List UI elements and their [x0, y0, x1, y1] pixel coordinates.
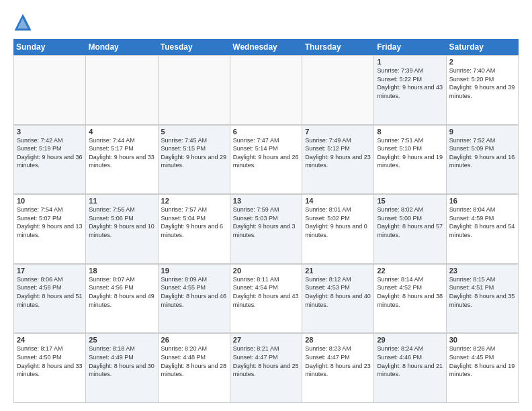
day-info: Sunrise: 7:56 AM Sunset: 5:06 PM Dayligh… [89, 205, 154, 239]
calendar-cell: 25Sunrise: 8:18 AM Sunset: 4:49 PM Dayli… [86, 333, 158, 402]
day-info: Sunrise: 8:17 AM Sunset: 4:50 PM Dayligh… [17, 345, 83, 378]
calendar-body: 1Sunrise: 7:39 AM Sunset: 5:22 PM Daylig… [13, 55, 519, 403]
day-number: 16 [449, 197, 515, 205]
day-number: 26 [161, 336, 227, 344]
day-number: 17 [17, 267, 83, 275]
calendar-cell [230, 55, 302, 124]
day-info: Sunrise: 8:26 AM Sunset: 4:45 PM Dayligh… [449, 345, 515, 378]
day-number: 28 [305, 336, 371, 344]
calendar-cell: 7Sunrise: 7:49 AM Sunset: 5:12 PM Daylig… [302, 125, 374, 194]
day-info: Sunrise: 7:57 AM Sunset: 5:04 PM Dayligh… [161, 205, 227, 239]
day-info: Sunrise: 8:09 AM Sunset: 4:55 PM Dayligh… [161, 275, 227, 309]
day-info: Sunrise: 7:49 AM Sunset: 5:12 PM Dayligh… [305, 136, 371, 170]
day-number: 22 [377, 267, 443, 275]
day-info: Sunrise: 7:51 AM Sunset: 5:10 PM Dayligh… [377, 136, 443, 170]
day-number: 23 [449, 267, 515, 275]
day-info: Sunrise: 7:59 AM Sunset: 5:03 PM Dayligh… [233, 205, 299, 239]
day-number: 19 [161, 267, 227, 275]
day-number: 13 [233, 197, 299, 205]
day-info: Sunrise: 8:12 AM Sunset: 4:53 PM Dayligh… [305, 275, 371, 309]
calendar-cell: 19Sunrise: 8:09 AM Sunset: 4:55 PM Dayli… [159, 264, 230, 333]
day-info: Sunrise: 7:45 AM Sunset: 5:15 PM Dayligh… [161, 136, 227, 170]
calendar-cell: 10Sunrise: 7:54 AM Sunset: 5:07 PM Dayli… [14, 194, 86, 263]
day-info: Sunrise: 8:06 AM Sunset: 4:58 PM Dayligh… [17, 275, 83, 309]
day-number: 20 [233, 267, 299, 275]
day-number: 9 [449, 128, 515, 136]
day-number: 30 [449, 336, 515, 344]
day-number: 25 [89, 336, 154, 344]
day-info: Sunrise: 7:39 AM Sunset: 5:22 PM Dayligh… [377, 66, 443, 100]
day-info: Sunrise: 8:15 AM Sunset: 4:51 PM Dayligh… [449, 275, 515, 309]
calendar-cell: 1Sunrise: 7:39 AM Sunset: 5:22 PM Daylig… [374, 55, 446, 124]
calendar-cell: 14Sunrise: 8:01 AM Sunset: 5:02 PM Dayli… [302, 194, 374, 263]
day-info: Sunrise: 7:47 AM Sunset: 5:14 PM Dayligh… [233, 136, 299, 170]
calendar-cell: 24Sunrise: 8:17 AM Sunset: 4:50 PM Dayli… [14, 333, 86, 402]
logo-icon [13, 13, 32, 32]
page: SundayMondayTuesdayWednesdayThursdayFrid… [0, 0, 532, 411]
calendar-cell [302, 55, 374, 124]
day-info: Sunrise: 8:21 AM Sunset: 4:47 PM Dayligh… [233, 345, 299, 378]
day-number: 27 [233, 336, 299, 344]
day-info: Sunrise: 7:52 AM Sunset: 5:09 PM Dayligh… [449, 136, 515, 170]
day-info: Sunrise: 7:44 AM Sunset: 5:17 PM Dayligh… [89, 136, 154, 170]
calendar-cell: 17Sunrise: 8:06 AM Sunset: 4:58 PM Dayli… [14, 264, 86, 333]
calendar-cell: 20Sunrise: 8:11 AM Sunset: 4:54 PM Dayli… [230, 264, 302, 333]
calendar-row: 24Sunrise: 8:17 AM Sunset: 4:50 PM Dayli… [13, 333, 519, 403]
day-number: 3 [17, 128, 83, 136]
calendar-cell: 30Sunrise: 8:26 AM Sunset: 4:45 PM Dayli… [447, 333, 519, 402]
header [13, 11, 519, 32]
day-info: Sunrise: 8:11 AM Sunset: 4:54 PM Dayligh… [233, 275, 299, 309]
logo [13, 13, 35, 32]
calendar-cell: 21Sunrise: 8:12 AM Sunset: 4:53 PM Dayli… [302, 264, 374, 333]
calendar-cell: 15Sunrise: 8:02 AM Sunset: 5:00 PM Dayli… [374, 194, 446, 263]
day-number: 11 [89, 197, 154, 205]
day-number: 6 [233, 128, 299, 136]
calendar-cell: 5Sunrise: 7:45 AM Sunset: 5:15 PM Daylig… [159, 125, 230, 194]
calendar-cell: 26Sunrise: 8:20 AM Sunset: 4:48 PM Dayli… [159, 333, 230, 402]
day-number: 8 [377, 128, 443, 136]
calendar-cell: 22Sunrise: 8:14 AM Sunset: 4:52 PM Dayli… [374, 264, 446, 333]
calendar-cell: 28Sunrise: 8:23 AM Sunset: 4:47 PM Dayli… [302, 333, 374, 402]
calendar-cell: 23Sunrise: 8:15 AM Sunset: 4:51 PM Dayli… [447, 264, 519, 333]
calendar-cell: 8Sunrise: 7:51 AM Sunset: 5:10 PM Daylig… [374, 125, 446, 194]
day-info: Sunrise: 8:18 AM Sunset: 4:49 PM Dayligh… [89, 345, 154, 378]
weekday-header: Tuesday [158, 39, 230, 55]
day-number: 7 [305, 128, 371, 136]
day-number: 1 [377, 58, 443, 66]
calendar-cell: 6Sunrise: 7:47 AM Sunset: 5:14 PM Daylig… [230, 125, 302, 194]
day-number: 10 [17, 197, 83, 205]
calendar-cell: 4Sunrise: 7:44 AM Sunset: 5:17 PM Daylig… [86, 125, 158, 194]
day-number: 18 [89, 267, 154, 275]
weekday-header: Sunday [13, 39, 85, 55]
calendar-cell: 3Sunrise: 7:42 AM Sunset: 5:19 PM Daylig… [14, 125, 86, 194]
calendar-row: 17Sunrise: 8:06 AM Sunset: 4:58 PM Dayli… [13, 264, 519, 334]
calendar-row: 1Sunrise: 7:39 AM Sunset: 5:22 PM Daylig… [13, 55, 519, 125]
day-info: Sunrise: 8:14 AM Sunset: 4:52 PM Dayligh… [377, 275, 443, 309]
calendar-cell [159, 55, 230, 124]
day-number: 14 [305, 197, 371, 205]
weekday-header: Saturday [447, 39, 519, 55]
day-info: Sunrise: 8:20 AM Sunset: 4:48 PM Dayligh… [161, 345, 227, 378]
weekday-header: Wednesday [230, 39, 302, 55]
calendar-cell: 16Sunrise: 8:04 AM Sunset: 4:59 PM Dayli… [447, 194, 519, 263]
weekday-header: Friday [374, 39, 446, 55]
weekday-header: Monday [85, 39, 157, 55]
day-number: 5 [161, 128, 227, 136]
day-number: 4 [89, 128, 154, 136]
calendar-cell: 9Sunrise: 7:52 AM Sunset: 5:09 PM Daylig… [447, 125, 519, 194]
calendar-cell: 12Sunrise: 7:57 AM Sunset: 5:04 PM Dayli… [159, 194, 230, 263]
calendar-cell: 18Sunrise: 8:07 AM Sunset: 4:56 PM Dayli… [86, 264, 158, 333]
calendar-cell: 2Sunrise: 7:40 AM Sunset: 5:20 PM Daylig… [447, 55, 519, 124]
calendar-row: 3Sunrise: 7:42 AM Sunset: 5:19 PM Daylig… [13, 125, 519, 195]
calendar-cell: 13Sunrise: 7:59 AM Sunset: 5:03 PM Dayli… [230, 194, 302, 263]
day-number: 29 [377, 336, 443, 344]
weekday-header: Thursday [302, 39, 374, 55]
day-number: 21 [305, 267, 371, 275]
calendar-row: 10Sunrise: 7:54 AM Sunset: 5:07 PM Dayli… [13, 194, 519, 264]
day-info: Sunrise: 7:54 AM Sunset: 5:07 PM Dayligh… [17, 205, 83, 239]
day-info: Sunrise: 8:07 AM Sunset: 4:56 PM Dayligh… [89, 275, 154, 309]
day-number: 2 [449, 58, 515, 66]
calendar-cell [86, 55, 158, 124]
day-number: 24 [17, 336, 83, 344]
day-info: Sunrise: 7:40 AM Sunset: 5:20 PM Dayligh… [449, 66, 515, 100]
